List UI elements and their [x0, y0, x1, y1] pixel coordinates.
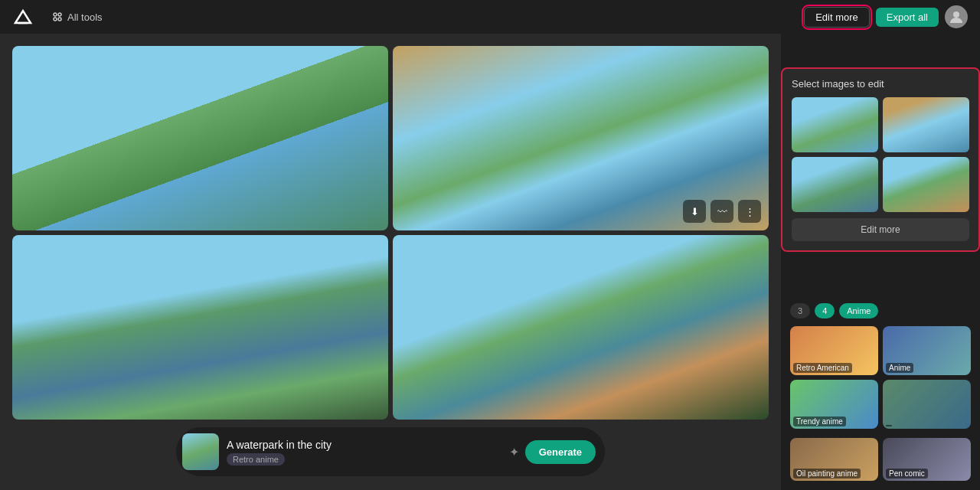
edit-more-popup-button[interactable]: Edit more — [792, 218, 969, 241]
right-sidebar: Select images to edit Edit more 3 4 Anim… — [781, 34, 980, 490]
style-trendy-anime[interactable]: Trendy anime — [790, 380, 878, 429]
style-retro-label: Retro American — [793, 363, 852, 373]
svg-point-5 — [58, 18, 61, 21]
topbar-right: Edit more Export all — [804, 5, 968, 28]
style-tab-3[interactable]: 3 — [790, 303, 810, 318]
main-area: ⬇ 〰 ⋮ A waterpark in the city Retro anim… — [0, 34, 980, 490]
image-cell-4[interactable] — [393, 235, 769, 420]
style-portrait-label — [886, 425, 892, 426]
prompt-text: A waterpark in the city — [227, 439, 501, 451]
prompt-text-area: A waterpark in the city Retro anime — [227, 439, 501, 466]
thumb-item-2[interactable] — [883, 97, 969, 152]
style-anime[interactable]: Anime — [883, 326, 971, 375]
all-tools-label: All tools — [67, 11, 103, 23]
style-portrait[interactable] — [883, 380, 971, 429]
style-anime-label: Anime — [886, 363, 913, 373]
thumb-item-1[interactable] — [792, 97, 878, 152]
style-oil-painting[interactable]: Oil painting anime — [790, 438, 878, 481]
download-button[interactable]: ⬇ — [683, 200, 706, 223]
style-retro-american[interactable]: Retro American — [790, 326, 878, 375]
prompt-bar: A waterpark in the city Retro anime ✦ Ge… — [12, 426, 769, 478]
thumb-item-4[interactable] — [883, 157, 969, 212]
style-tab-4[interactable]: 4 — [815, 303, 835, 318]
style-tabs: 3 4 Anime — [790, 303, 971, 318]
thumb-item-3[interactable] — [792, 157, 878, 212]
svg-point-6 — [953, 11, 959, 18]
style-trendy-label: Trendy anime — [793, 416, 846, 426]
avatar[interactable] — [945, 5, 968, 28]
image-cell-1[interactable] — [12, 46, 388, 230]
generate-button[interactable]: Generate — [525, 440, 596, 464]
style-section: 3 4 Anime Retro American Anime Trendy an… — [781, 294, 980, 490]
thumbnail-grid — [792, 97, 969, 212]
style-pen-comic[interactable]: Pen comic — [883, 438, 971, 481]
topbar-left: All tools — [12, 6, 109, 28]
prompt-icons: ✦ Generate — [509, 440, 596, 464]
image-cell-2[interactable]: ⬇ 〰 ⋮ — [393, 46, 769, 230]
logo-icon — [12, 6, 34, 28]
style-oil-label: Oil painting anime — [793, 469, 861, 479]
style-grid: Retro American Anime Trendy anime — [790, 326, 971, 429]
magic-wand-button[interactable]: ✦ — [509, 445, 519, 459]
export-all-button[interactable]: Export all — [876, 8, 939, 27]
prompt-container: A waterpark in the city Retro anime ✦ Ge… — [176, 427, 605, 476]
style-pen-label: Pen comic — [886, 469, 928, 479]
all-tools-button[interactable]: All tools — [46, 8, 109, 26]
image-actions: ⬇ 〰 ⋮ — [683, 200, 761, 223]
svg-point-2 — [54, 13, 57, 16]
more-button[interactable]: ⋮ — [738, 200, 761, 223]
variations-button[interactable]: 〰 — [710, 200, 733, 223]
topbar: All tools Edit more Export all — [0, 0, 980, 34]
edit-more-button[interactable]: Edit more — [804, 7, 870, 28]
prompt-thumbnail — [182, 433, 219, 470]
image-cell-3[interactable] — [12, 235, 388, 420]
style-badge-anime[interactable]: Anime — [839, 303, 878, 318]
image-area: ⬇ 〰 ⋮ A waterpark in the city Retro anim… — [0, 34, 781, 490]
select-images-popup: Select images to edit Edit more — [781, 67, 980, 252]
popup-title: Select images to edit — [792, 78, 969, 90]
svg-point-3 — [58, 13, 61, 16]
svg-marker-0 — [15, 11, 31, 23]
svg-point-4 — [54, 18, 57, 21]
image-grid: ⬇ 〰 ⋮ — [12, 46, 769, 420]
prompt-tag[interactable]: Retro anime — [227, 453, 285, 466]
